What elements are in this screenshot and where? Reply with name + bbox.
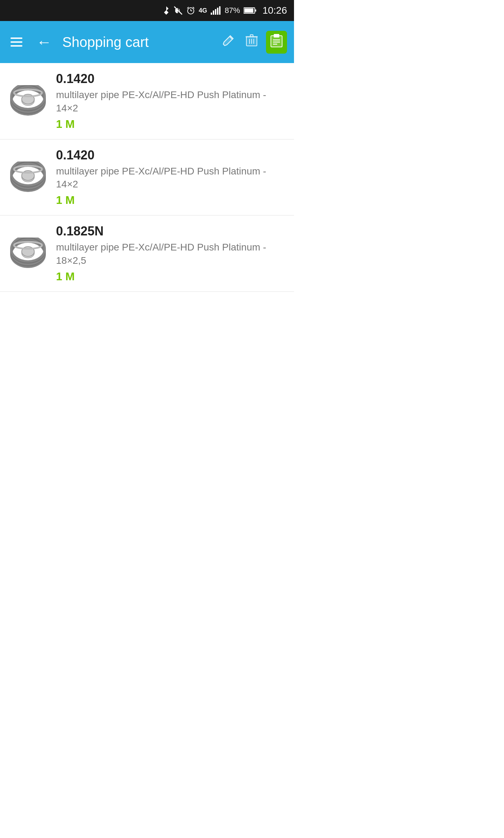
cart-item: 0.1420 multilayer pipe PE-Xc/Al/PE-HD Pu… bbox=[0, 63, 294, 139]
app-bar-actions bbox=[219, 31, 287, 54]
status-icons: 4G 87% 10:26 bbox=[162, 5, 287, 16]
svg-rect-9 bbox=[217, 8, 218, 15]
battery-percent: 87% bbox=[225, 6, 240, 15]
svg-rect-6 bbox=[211, 13, 212, 15]
status-bar: 4G 87% 10:26 bbox=[0, 0, 294, 21]
svg-line-4 bbox=[187, 7, 189, 8]
item-quantity: 1 M bbox=[56, 270, 287, 283]
item-code: 0.1420 bbox=[56, 71, 287, 86]
hamburger-line-1 bbox=[10, 37, 22, 39]
alarm-icon bbox=[186, 5, 195, 16]
svg-rect-17 bbox=[250, 35, 253, 37]
cart-item: 0.1825N multilayer pipe PE-Xc/Al/PE-HD P… bbox=[0, 215, 294, 292]
item-code: 0.1825N bbox=[56, 224, 287, 239]
mute-icon bbox=[174, 5, 183, 16]
svg-rect-8 bbox=[215, 9, 216, 15]
status-time: 10:26 bbox=[262, 5, 287, 16]
network-type-icon: 4G bbox=[199, 7, 207, 14]
item-image bbox=[7, 83, 49, 118]
item-info: 0.1825N multilayer pipe PE-Xc/Al/PE-HD P… bbox=[56, 224, 287, 283]
item-info: 0.1420 multilayer pipe PE-Xc/Al/PE-HD Pu… bbox=[56, 71, 287, 131]
cart-list: 0.1420 multilayer pipe PE-Xc/Al/PE-HD Pu… bbox=[0, 63, 294, 292]
hamburger-line-3 bbox=[10, 45, 22, 47]
svg-rect-22 bbox=[274, 34, 279, 37]
item-quantity: 1 M bbox=[56, 118, 287, 131]
svg-rect-12 bbox=[244, 8, 253, 13]
back-button[interactable]: ← bbox=[33, 31, 55, 53]
svg-rect-10 bbox=[219, 6, 220, 15]
hamburger-menu-button[interactable] bbox=[7, 34, 26, 50]
svg-rect-13 bbox=[255, 9, 256, 12]
app-bar: ← Shopping cart bbox=[0, 21, 294, 63]
item-description: multilayer pipe PE-Xc/Al/PE-HD Push Plat… bbox=[56, 241, 287, 267]
signal-icon bbox=[211, 6, 221, 15]
item-code: 0.1420 bbox=[56, 148, 287, 163]
bluetooth-icon bbox=[162, 5, 170, 16]
item-info: 0.1420 multilayer pipe PE-Xc/Al/PE-HD Pu… bbox=[56, 148, 287, 207]
item-image bbox=[7, 236, 49, 271]
clipboard-button[interactable] bbox=[266, 31, 287, 54]
svg-rect-7 bbox=[213, 11, 214, 15]
battery-icon bbox=[244, 7, 256, 14]
delete-button[interactable] bbox=[243, 31, 260, 53]
svg-line-5 bbox=[193, 7, 194, 8]
item-quantity: 1 M bbox=[56, 194, 287, 207]
edit-button[interactable] bbox=[219, 32, 237, 53]
cart-item: 0.1420 multilayer pipe PE-Xc/Al/PE-HD Pu… bbox=[0, 139, 294, 216]
page-title: Shopping cart bbox=[62, 34, 212, 50]
item-image bbox=[7, 160, 49, 195]
item-description: multilayer pipe PE-Xc/Al/PE-HD Push Plat… bbox=[56, 88, 287, 115]
hamburger-line-2 bbox=[10, 41, 22, 43]
item-description: multilayer pipe PE-Xc/Al/PE-HD Push Plat… bbox=[56, 165, 287, 191]
